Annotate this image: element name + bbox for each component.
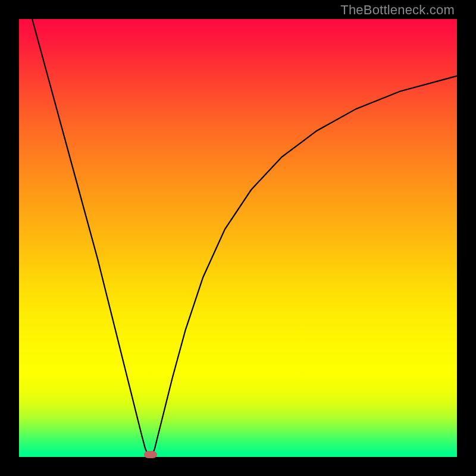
optimal-point-marker — [144, 451, 157, 458]
curve-left-branch — [32, 19, 149, 456]
watermark-text: TheBottleneck.com — [340, 2, 455, 18]
curve-right-branch — [152, 76, 457, 456]
plot-area — [19, 19, 457, 457]
chart-frame: TheBottleneck.com — [0, 0, 476, 476]
bottleneck-curve — [19, 19, 457, 457]
